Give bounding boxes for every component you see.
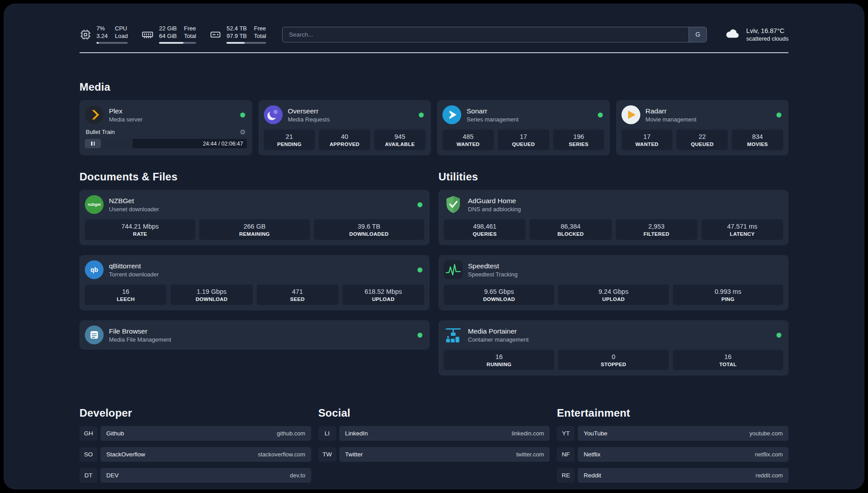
app-subtitle: Media server — [109, 116, 235, 123]
plex-card[interactable]: Plex Media server Bullet Train ⚙ 24:44 /… — [79, 100, 252, 155]
adguard-icon — [444, 195, 463, 214]
settings-gear-icon[interactable]: ⚙ — [240, 129, 246, 135]
stat-leech: 16LEECH — [85, 284, 167, 305]
speedtest-card[interactable]: Speedtest Speedtest Tracking 9.65 GbpsDO… — [438, 255, 789, 310]
ram-usage-bar — [159, 42, 196, 44]
app-name: Overseerr — [288, 107, 414, 115]
bookmark-url: github.com — [277, 430, 305, 437]
status-dot — [417, 333, 422, 338]
stat-download: 9.65 GbpsDOWNLOAD — [444, 284, 554, 305]
bookmark-netflix[interactable]: NF Netflix netflix.com — [557, 447, 789, 462]
bookmark-reddit[interactable]: RE Reddit reddit.com — [557, 468, 789, 483]
plex-icon — [85, 105, 104, 124]
sonarr-icon — [442, 105, 461, 124]
bookmark-abbr: GH — [79, 426, 97, 441]
ram-free-label: Free — [184, 25, 196, 33]
section-title-developer: Developer — [79, 407, 311, 419]
pause-icon[interactable] — [85, 139, 101, 148]
disk-usage-widget: 52.4 TB 97.9 TB Free Total — [209, 25, 266, 44]
disk-total-value: 97.9 TB — [226, 33, 246, 40]
app-name: Speedtest — [468, 262, 783, 270]
disk-free-value: 52.4 TB — [226, 25, 246, 33]
search-engine-button[interactable]: G — [689, 27, 706, 42]
app-subtitle: Media File Management — [109, 336, 412, 343]
weather-condition: scattered clouds — [746, 35, 789, 42]
portainer-icon — [444, 326, 463, 344]
radarr-card[interactable]: Radarr Movie management 17WANTED 22QUEUE… — [616, 100, 789, 155]
stat-pending: 21PENDING — [264, 130, 315, 150]
header-divider — [79, 52, 789, 53]
app-name: qBittorrent — [109, 262, 412, 270]
cpu-load-label: Load — [115, 33, 128, 40]
app-subtitle: Torrent downloader — [109, 271, 412, 278]
status-dot — [417, 267, 422, 272]
stat-remaining: 266 GBREMAINING — [199, 219, 309, 240]
section-title-social: Social — [318, 407, 550, 419]
bookmark-twitter[interactable]: TW Twitter twitter.com — [318, 447, 550, 462]
status-dot — [598, 113, 603, 117]
bookmark-linkedin[interactable]: LI LinkedIn linkedin.com — [318, 426, 550, 441]
section-title-documents: Documents & Files — [79, 171, 430, 183]
system-stats: 7% 3.24 CPU Load — [79, 25, 266, 44]
memory-usage-widget: 22 GiB 64 GiB Free Total — [141, 25, 196, 44]
adguard-card[interactable]: AdGuard Home DNS and adblocking 498,461Q… — [438, 190, 789, 245]
app-name: Radarr — [646, 107, 772, 115]
ram-total-label: Total — [184, 33, 196, 40]
app-name: NZBGet — [109, 197, 412, 205]
weather-location: Lviv, 16.87°C — [746, 27, 789, 34]
stat-total: 16TOTAL — [673, 350, 783, 370]
stat-approved: 40APPROVED — [319, 130, 370, 150]
bookmark-name: YouTube — [584, 430, 607, 437]
qbittorrent-card[interactable]: qb qBittorrent Torrent downloader 16LEEC… — [79, 255, 430, 310]
bookmark-stackoverflow[interactable]: SO StackOverflow stackoverflow.com — [79, 447, 311, 462]
stat-rate: 744.21 MbpsRATE — [85, 219, 195, 240]
filebrowser-card[interactable]: File Browser Media File Management — [79, 320, 430, 350]
bookmark-url: twitter.com — [516, 451, 544, 458]
playback-time: 24:44 / 02:06:47 — [203, 139, 243, 148]
overseerr-card[interactable]: Overseerr Media Requests 21PENDING 40APP… — [259, 100, 431, 155]
search-input[interactable] — [283, 27, 689, 42]
cpu-load-value: 3.24 — [96, 33, 108, 40]
app-subtitle: Media Requests — [288, 116, 414, 123]
nzbget-card[interactable]: nzbget NZBGet Usenet downloader 744.21 M… — [79, 190, 430, 245]
bookmark-name: Github — [106, 430, 124, 437]
now-playing-title: Bullet Train — [86, 129, 115, 135]
app-name: Plex — [109, 107, 235, 115]
top-bar: 7% 3.24 CPU Load — [79, 23, 789, 46]
bookmark-url: linkedin.com — [512, 430, 544, 437]
disk-total-label: Total — [254, 33, 266, 40]
bookmark-abbr: SO — [79, 447, 97, 462]
sonarr-card[interactable]: Sonarr Series management 485WANTED 17QUE… — [437, 100, 610, 155]
app-subtitle: DNS and adblocking — [468, 206, 783, 213]
stat-series: 196SERIES — [553, 130, 605, 150]
stat-wanted: 17WANTED — [622, 130, 673, 150]
stat-download: 1.19 GbpsDOWNLOAD — [171, 284, 252, 305]
app-name: Sonarr — [467, 107, 593, 115]
stat-downloaded: 39.6 TBDOWNLOADED — [314, 219, 424, 240]
stat-filtered: 2,953FILTERED — [616, 219, 697, 240]
radarr-icon — [622, 105, 640, 124]
bookmark-url: stackoverflow.com — [258, 451, 305, 458]
cpu-usage-value: 7% — [96, 25, 108, 33]
bookmark-dev[interactable]: DT DEV dev.to — [79, 468, 311, 483]
bookmark-github[interactable]: GH Github github.com — [79, 426, 311, 441]
bookmark-youtube[interactable]: YT YouTube youtube.com — [557, 426, 789, 441]
app-name: Media Portainer — [468, 327, 771, 335]
ram-total-value: 64 GiB — [159, 33, 177, 40]
playback-progress-bar[interactable]: 24:44 / 02:06:47 — [85, 139, 247, 148]
portainer-card[interactable]: Media Portainer Container management 16R… — [438, 320, 789, 376]
app-name: AdGuard Home — [468, 197, 783, 205]
app-subtitle: Speedtest Tracking — [468, 271, 783, 278]
stat-queued: 22QUEUED — [676, 130, 728, 150]
stat-available: 945AVAILABLE — [374, 130, 426, 150]
stat-ping: 0.993 msPING — [673, 284, 783, 305]
bookmark-abbr: TW — [318, 447, 336, 462]
dashboard-panel: 7% 3.24 CPU Load — [4, 4, 864, 489]
stat-stopped: 0STOPPED — [558, 350, 668, 370]
bookmark-name: Netflix — [584, 451, 601, 458]
cpu-usage-widget: 7% 3.24 CPU Load — [79, 25, 128, 44]
overseerr-icon — [264, 105, 283, 124]
status-dot — [240, 113, 245, 117]
bookmark-url: netflix.com — [755, 451, 783, 458]
disk-icon — [209, 29, 221, 41]
